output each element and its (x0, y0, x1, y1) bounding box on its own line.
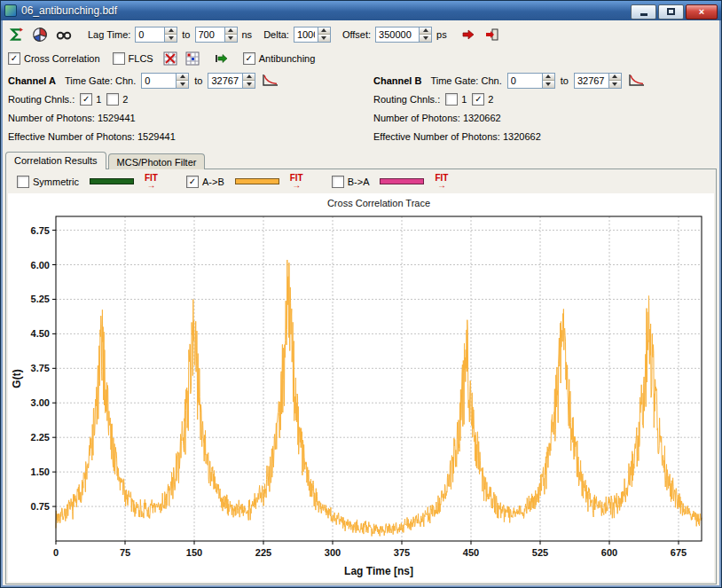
tab-mcs-photon-filter[interactable]: MCS/Photon Filter (108, 153, 206, 169)
checkbox-box[interactable] (332, 176, 344, 188)
time-gate-label: Time Gate: Chn. (65, 75, 136, 86)
cross-correlation-checkbox[interactable]: ✓ Cross Correlation (8, 52, 100, 65)
svg-text:525: 525 (532, 547, 548, 558)
symmetric-fit-button[interactable]: FIT → (145, 174, 158, 190)
spin-up-button[interactable] (177, 74, 188, 82)
checkbox-box[interactable]: ✓ (186, 176, 199, 188)
offset-input[interactable] (376, 27, 419, 42)
spin-up-button[interactable] (420, 27, 431, 35)
spin-down-button[interactable] (543, 81, 554, 88)
checkbox-box[interactable]: ✓ (472, 93, 484, 106)
svg-text:600: 600 (601, 547, 617, 558)
offset-field[interactable] (375, 27, 432, 43)
spin-up-button[interactable] (543, 74, 554, 82)
symmetric-color-swatch (90, 178, 134, 184)
legend-item-b-to-a: B->A FIT → (332, 174, 449, 190)
checkbox-box[interactable]: ✓ (80, 93, 92, 106)
legend-item-symmetric: Symmetric FIT → (17, 174, 158, 190)
a-to-b-fit-button[interactable]: FIT → (290, 174, 303, 190)
spin-up-button[interactable] (318, 27, 330, 35)
lag-to-field[interactable] (195, 27, 238, 43)
spinner (176, 74, 188, 88)
minimize-button[interactable] (631, 4, 656, 20)
channel-a-routing-2-checkbox[interactable]: 2 (106, 93, 128, 106)
decay-curve-icon[interactable] (627, 72, 647, 90)
svg-text:2.25: 2.25 (31, 432, 50, 443)
channel-b-gate-to-field[interactable] (574, 73, 622, 89)
fit-arrow-icon: → (146, 181, 155, 190)
window-controls: × (631, 3, 718, 20)
svg-text:6.75: 6.75 (31, 225, 50, 236)
b-to-a-checkbox[interactable]: B->A (332, 176, 370, 188)
decay-curve-icon[interactable] (261, 72, 280, 90)
channel-a-gate-from-input[interactable] (142, 74, 176, 88)
delta-input[interactable] (294, 27, 318, 42)
antibunching-checkbox[interactable]: ✓ Antibunching (243, 52, 316, 65)
spin-down-button[interactable] (609, 81, 621, 88)
lag-to-input[interactable] (196, 27, 224, 42)
flcs-checkbox[interactable]: FLCS (113, 52, 153, 65)
titlebar[interactable]: 06_antibunching.bdf × (1, 1, 721, 20)
spin-up-button[interactable] (165, 27, 177, 35)
export-arrow-icon[interactable] (459, 26, 478, 43)
matrix-dot-icon[interactable] (184, 50, 201, 67)
spin-down-button[interactable] (177, 81, 188, 88)
checkbox-box[interactable] (445, 93, 458, 106)
channel-b-routing-1-checkbox[interactable]: 1 (445, 93, 467, 106)
sum-icon[interactable] (6, 26, 26, 43)
symmetric-checkbox[interactable]: Symmetric (17, 176, 79, 188)
svg-text:675: 675 (671, 547, 687, 558)
channel-b-gate-from-field[interactable] (507, 73, 555, 89)
chart-area: 0751502253003754505256006750.751.502.253… (6, 193, 716, 584)
tab-correlation-results[interactable]: Correlation Results (5, 152, 106, 169)
channel-b-gate-to-input[interactable] (575, 74, 608, 88)
spin-down-button[interactable] (318, 35, 330, 42)
channel-b-routing-2-checkbox[interactable]: ✓ 2 (472, 93, 493, 106)
close-button[interactable]: × (686, 4, 718, 20)
spinner (608, 74, 621, 88)
a-to-b-checkbox[interactable]: ✓ A->B (186, 176, 224, 188)
channel-b-photons-text: Number of Photons: 1320662 (373, 113, 501, 123)
lag-from-input[interactable] (136, 27, 164, 42)
matrix-x-icon[interactable] (162, 50, 179, 67)
checkbox-box[interactable] (113, 52, 125, 65)
channel-a-routing-1-checkbox[interactable]: ✓ 1 (80, 93, 101, 106)
legend-item-a-to-b: ✓ A->B FIT → (186, 174, 303, 190)
delta-label: Delta: (263, 29, 289, 40)
routing-1-label: 1 (461, 94, 467, 105)
channel-a-gate-to-input[interactable] (208, 74, 242, 88)
ns-unit-label: ns (242, 29, 253, 40)
svg-text:5.25: 5.25 (31, 294, 50, 304)
channel-a-panel: Channel A Time Gate: Chn. to Routing Chn… (8, 71, 280, 145)
exit-icon[interactable] (483, 26, 502, 43)
spin-down-button[interactable] (225, 35, 237, 42)
channel-b-gate-from-input[interactable] (508, 74, 542, 88)
channel-a-gate-from-field[interactable] (141, 73, 189, 89)
tab-label: Correlation Results (14, 155, 98, 166)
pie-chart-icon[interactable] (30, 26, 50, 43)
svg-text:Cross Correlation Trace: Cross Correlation Trace (327, 198, 430, 208)
checkbox-box[interactable] (106, 93, 119, 106)
checkbox-box[interactable]: ✓ (243, 52, 255, 65)
lag-from-field[interactable] (135, 27, 177, 43)
spin-up-button[interactable] (225, 27, 237, 35)
b-to-a-fit-button[interactable]: FIT → (435, 174, 448, 190)
antibunching-label: Antibunching (259, 53, 316, 64)
spin-down-button[interactable] (243, 81, 255, 88)
b-to-a-label: B->A (348, 176, 370, 187)
correlation-results-panel: Symmetric FIT → ✓ A->B FIT → (5, 169, 717, 584)
checkbox-box[interactable] (17, 176, 29, 188)
assign-arrow-icon[interactable] (214, 50, 231, 67)
maximize-button[interactable] (658, 4, 684, 20)
cross-correlation-chart[interactable]: 0751502253003754505256006750.751.502.253… (8, 193, 714, 582)
to-label: to (182, 29, 190, 40)
spin-down-button[interactable] (165, 35, 177, 42)
delta-field[interactable] (294, 27, 331, 43)
spin-up-button[interactable] (609, 74, 621, 82)
symmetric-label: Symmetric (33, 176, 79, 187)
spin-up-button[interactable] (243, 74, 255, 82)
spin-down-button[interactable] (420, 35, 431, 42)
correlation-icon[interactable] (54, 26, 74, 43)
checkbox-box[interactable]: ✓ (8, 52, 20, 65)
channel-a-gate-to-field[interactable] (208, 73, 255, 89)
